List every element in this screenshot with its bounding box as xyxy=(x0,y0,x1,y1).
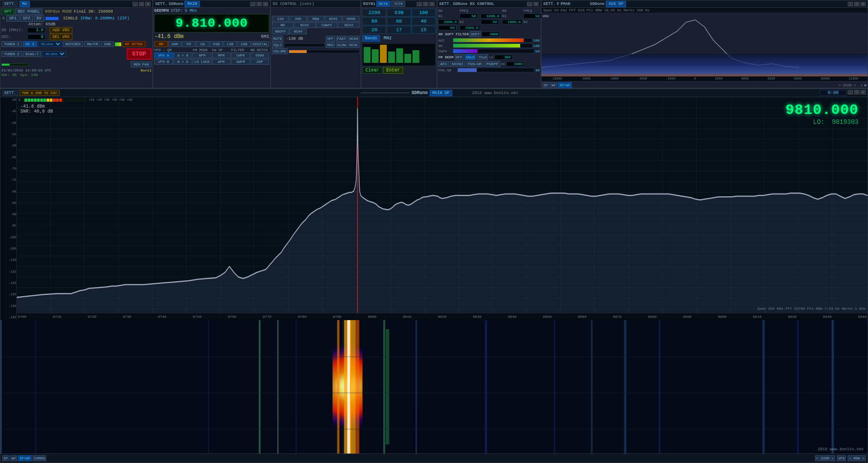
main-sp-tab[interactable]: MAIN SP xyxy=(430,90,452,96)
npm-button[interactable]: NPM xyxy=(193,52,212,58)
aux-wf-btn[interactable]: WF xyxy=(550,82,558,88)
slow-btn[interactable]: SLOW xyxy=(336,42,347,48)
nbw-btn[interactable]: NBW xyxy=(307,16,324,22)
nch1-btn[interactable]: NCH1 xyxy=(325,16,342,22)
n1-bw-val[interactable]: 50 xyxy=(460,14,478,19)
n4-freq-val[interactable]: 2500,0 xyxy=(460,25,480,30)
minimize4-button[interactable]: _ xyxy=(417,2,422,6)
notches-button[interactable]: NOTCHES xyxy=(63,41,84,47)
sp2-button[interactable]: SP2 xyxy=(20,15,33,22)
mute-button[interactable]: MUTE xyxy=(272,36,283,42)
nch2-btn[interactable]: NCH2 xyxy=(294,22,316,28)
rec-panel-button[interactable]: REC PANEL xyxy=(15,9,43,15)
volume-label-btn[interactable]: VOLUME xyxy=(272,48,288,54)
band-freq-160[interactable]: 160 xyxy=(412,9,436,17)
combo-btn[interactable]: COMBO xyxy=(33,455,46,461)
f8000-btn[interactable]: 8000 xyxy=(342,16,360,22)
nr-btn[interactable]: NR xyxy=(272,22,294,28)
minimize-main-btn[interactable]: _ xyxy=(848,90,853,94)
volume-slider[interactable] xyxy=(289,50,360,53)
mwfm-button[interactable]: MW/FM xyxy=(84,41,100,47)
vfo-b-button[interactable]: VFO B xyxy=(154,59,173,65)
wfm-button[interactable]: WFM xyxy=(212,59,231,65)
band-freq-20[interactable]: 20 xyxy=(362,26,386,34)
agc-off-btn[interactable]: OFF xyxy=(326,36,335,42)
mode-sam[interactable]: SAM xyxy=(168,41,182,47)
fms-nr-btn[interactable]: FMS-NR xyxy=(466,61,484,67)
mode-cw[interactable]: CW xyxy=(196,41,209,47)
minimize6-button[interactable]: _ xyxy=(848,2,853,6)
zoom-ctrl-btn[interactable]: < ZOOM > xyxy=(815,455,835,461)
i-button[interactable]: i xyxy=(860,83,863,87)
maximize-main-btn[interactable]: □ xyxy=(854,90,859,94)
minimize5-button[interactable]: _ xyxy=(527,2,532,6)
med-btn[interactable]: MED xyxy=(326,42,335,48)
mpm-button[interactable]: MPM xyxy=(212,52,231,58)
close6-button[interactable]: ✕ xyxy=(860,2,866,6)
tctr-tab[interactable]: TCTR xyxy=(391,1,405,7)
band-freq-2200[interactable]: 2200 xyxy=(362,9,386,17)
aux-sp-tab[interactable]: AUX SP xyxy=(606,1,626,7)
n1-freq-val[interactable]: 1000,0 xyxy=(481,14,501,19)
mono-btn[interactable]: MONO xyxy=(450,61,465,67)
deem-off-btn[interactable]: OFF xyxy=(455,54,464,60)
rx-button[interactable]: RX xyxy=(34,15,44,22)
band-freq-15[interactable]: 15 xyxy=(412,26,436,34)
maximize2-button[interactable]: □ xyxy=(256,2,262,6)
tab-main[interactable]: MAIN xyxy=(185,1,200,7)
band-freq-17[interactable]: 17 xyxy=(387,26,411,34)
opt-button[interactable]: OPT xyxy=(1,9,14,15)
mode-usb[interactable]: USB xyxy=(237,41,251,47)
ohm1-select[interactable]: 50 ohm xyxy=(38,41,62,47)
maximize-button[interactable]: □ xyxy=(139,2,144,6)
agc-fast-btn[interactable]: FAST xyxy=(336,36,347,42)
add-vrx-button[interactable]: ADD VRX xyxy=(50,27,72,33)
n2-bw-val[interactable]: 50 xyxy=(481,19,499,24)
f11k-btn[interactable]: 11K xyxy=(272,16,289,22)
dec-value[interactable]: 8 xyxy=(27,34,45,40)
wf-btn[interactable]: WF xyxy=(10,455,18,461)
bands-button[interactable]: Bands xyxy=(362,35,380,42)
sp-wf-btn[interactable]: SP+WF xyxy=(18,455,32,461)
close-button[interactable]: ✕ xyxy=(145,2,151,6)
band-freq-80[interactable]: 80 xyxy=(362,17,386,25)
hc-val[interactable]: 3000 xyxy=(506,61,524,66)
bias-t-button[interactable]: BIAS-T xyxy=(23,51,42,57)
rf-atten-button[interactable]: RF ATTEN xyxy=(123,41,145,47)
deem-75us-btn[interactable]: 75uS xyxy=(477,54,488,60)
sp-btn[interactable]: SP xyxy=(2,455,9,461)
deem-50us-btn[interactable]: 50uS xyxy=(465,54,476,60)
lc-val[interactable]: 300 xyxy=(494,55,512,60)
aux-spwf-btn[interactable]: SP+WF xyxy=(558,82,572,88)
dab-button[interactable]: DAB xyxy=(101,41,113,47)
soft-btn[interactable]: SOFT xyxy=(470,31,481,37)
afc-btn[interactable]: AFC xyxy=(438,61,449,67)
stop-button[interactable]: STOP xyxy=(127,48,152,60)
ohm2-select[interactable]: 50 ohm xyxy=(42,51,66,57)
clear-button[interactable]: Clear xyxy=(362,67,382,74)
tuner1-button[interactable]: TUNER 1 xyxy=(1,41,22,47)
nboff-btn[interactable]: NBOFF xyxy=(272,28,289,34)
close5-button[interactable]: ✕ xyxy=(533,2,539,6)
fc-val[interactable]: 3800 xyxy=(482,32,500,37)
tab-ma[interactable]: MA xyxy=(19,1,30,7)
main-freq-display[interactable]: 9.810.000 xyxy=(175,16,248,30)
n2-freq-val[interactable]: 1500,0 xyxy=(502,19,522,24)
nch4-btn[interactable]: NCH4 xyxy=(289,28,307,34)
mode-digital[interactable]: DIGITAL xyxy=(251,41,269,47)
hiz-button[interactable]: HI Z xyxy=(23,41,37,47)
spectrum-display-area[interactable]: S xyxy=(17,97,868,320)
mode-dsb[interactable]: DSB xyxy=(210,41,223,47)
swfm-button[interactable]: SWFM xyxy=(231,59,250,65)
band-freq-40[interactable]: 40 xyxy=(412,17,436,25)
nchl-btn[interactable]: NCHL xyxy=(348,42,360,48)
mem-pan-button[interactable]: MEM PAN xyxy=(131,61,152,67)
sett-button[interactable]: SETT. xyxy=(2,1,18,7)
nch4-2-btn[interactable]: NCH4 xyxy=(348,36,360,42)
pdbpf-btn[interactable]: PDBPF xyxy=(484,61,500,67)
tuner2-button[interactable]: TUNER 2 xyxy=(1,51,22,57)
pwr-snr-csv-btn[interactable]: PWR & SNR TO CSV xyxy=(19,90,60,96)
band-freq-630[interactable]: 630 xyxy=(387,9,411,17)
a-b-button[interactable]: A > B xyxy=(174,52,193,58)
f20k-btn[interactable]: 20K xyxy=(289,16,307,22)
